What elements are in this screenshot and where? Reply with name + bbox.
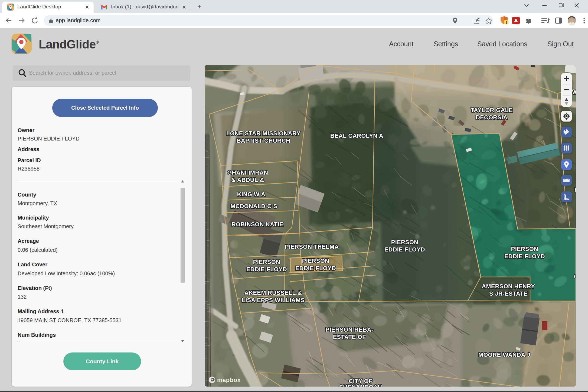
svg-text:ESTATE OF: ESTATE OF [333,334,366,340]
svg-text:LISA EPPS WILLIAMS: LISA EPPS WILLIAMS [242,297,305,303]
svg-text:EDDIE FLOYD: EDDIE FLOYD [246,266,287,273]
svg-text:PIERSON: PIERSON [391,239,418,246]
svg-text:AKEEM RUSSELL &: AKEEM RUSSELL & [244,290,302,296]
svg-text:MCDONALD C S: MCDONALD C S [230,203,277,210]
svg-text:BAPTIST CHURCH: BAPTIST CHURCH [237,138,290,144]
svg-text:PIERSON: PIERSON [302,258,329,264]
svg-text:TAYLOR GALE: TAYLOR GALE [471,107,513,113]
svg-text:MOORE WANDA J: MOORE WANDA J [478,352,530,358]
svg-text:S JR-ESTATE: S JR-ESTATE [489,290,528,297]
svg-text:EDDIE FLOYD: EDDIE FLOYD [295,265,336,272]
svg-text:mapbox: mapbox [217,377,241,383]
svg-text:DECORSIA: DECORSIA [476,114,507,121]
svg-text:CITY OF: CITY OF [349,378,373,384]
svg-text:SHENANDOAH: SHENANDOAH [339,384,382,387]
svg-text:GHANI IMRAN: GHANI IMRAN [227,169,268,176]
svg-text:C: C [574,273,576,280]
svg-text:BEAL CAROLYN A: BEAL CAROLYN A [330,133,383,139]
svg-text:LONE STAR MISSIONARY: LONE STAR MISSIONARY [226,130,300,137]
svg-text:EDDIE FLOYD: EDDIE FLOYD [504,253,545,260]
svg-text:PIERSON: PIERSON [253,259,280,265]
svg-text:PIERSON THELMA: PIERSON THELMA [285,244,339,250]
svg-text:PIERSON: PIERSON [511,246,538,252]
svg-text:AMERSON HENRY: AMERSON HENRY [482,283,535,290]
svg-text:EDDIE FLOYD: EDDIE FLOYD [384,246,425,253]
svg-text:PIERSON REBA-: PIERSON REBA- [325,326,373,333]
svg-text:KING W A: KING W A [237,191,266,198]
svg-text:W: W [572,89,576,96]
svg-text:& ABDUL &: & ABDUL & [231,177,264,183]
svg-text:ROBINSON KATIE: ROBINSON KATIE [231,221,283,228]
svg-text:R: R [574,187,576,193]
